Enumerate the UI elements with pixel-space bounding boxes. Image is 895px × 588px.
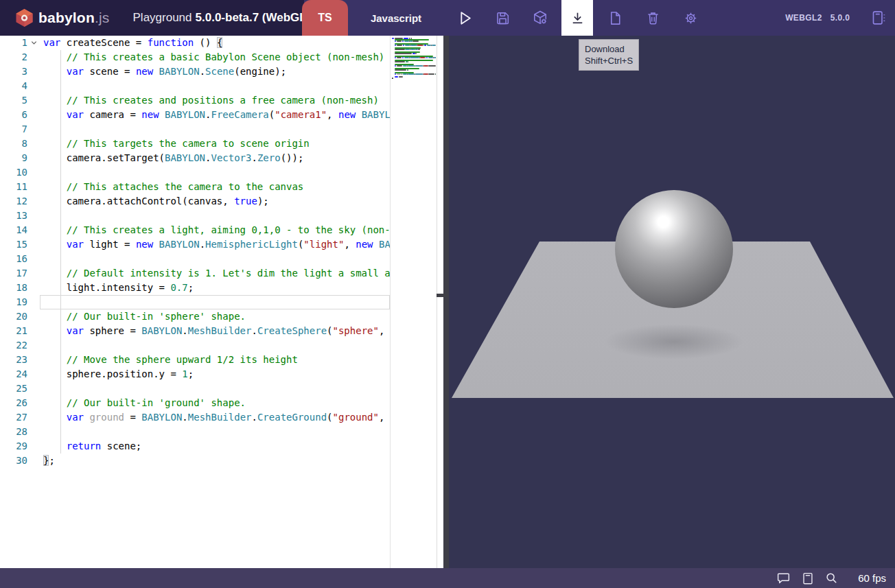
minimap-line <box>405 49 409 50</box>
minimap-line <box>395 65 397 67</box>
split-divider-handle[interactable] <box>437 294 448 297</box>
engine-version: 5.0.0 <box>824 0 857 36</box>
code-line <box>0 252 390 266</box>
minimap-line <box>418 49 421 50</box>
minimap-line <box>395 69 406 71</box>
new-button[interactable] <box>599 0 631 36</box>
examples-icon <box>869 9 887 27</box>
tooltip-title: Download <box>585 43 633 55</box>
minimap-line <box>420 57 424 58</box>
code-line <box>0 381 390 396</box>
code-line <box>0 425 390 439</box>
minimap-line <box>395 57 397 58</box>
minimap-line <box>397 65 402 67</box>
minimap-line <box>397 40 401 42</box>
feedback-button[interactable] <box>773 569 793 587</box>
minimap-line <box>399 76 403 78</box>
page-title: Playground5.0.0-beta.7 (WebGL2) <box>133 11 317 25</box>
minimap[interactable] <box>391 36 436 568</box>
code-line: var camera = new BABYLON.FreeCamera("cam… <box>0 108 390 122</box>
code-line: sphere.position.y = 1; <box>0 367 390 381</box>
minimap-line <box>405 45 409 46</box>
code-editor[interactable]: 1234567891011121314151617181920212223242… <box>0 36 443 568</box>
minimap-line <box>410 57 420 58</box>
typescript-toggle-button[interactable]: TS <box>302 0 348 36</box>
app-header: babylon.js Playground5.0.0-beta.7 (WebGL… <box>0 0 895 36</box>
code-line: // This creates and positions a free cam… <box>0 93 390 108</box>
minimap-line <box>423 73 428 75</box>
save-button[interactable] <box>487 0 518 36</box>
minimap-line <box>415 65 423 67</box>
save-icon <box>494 10 511 27</box>
minimap-line <box>428 65 436 67</box>
minimap-line <box>412 40 418 42</box>
search-icon <box>824 570 839 586</box>
fps-counter: 60 fps <box>858 568 886 588</box>
editor-right-border <box>437 36 437 568</box>
minimap-line <box>432 45 436 46</box>
inspector-cube-icon <box>531 9 549 27</box>
code-line: // Default intensity is 1. Let's dim the… <box>0 266 390 281</box>
minimap-line <box>415 73 423 75</box>
gear-icon <box>682 10 699 27</box>
minimap-line <box>408 73 415 75</box>
code-line: // This attaches the camera to the canva… <box>0 180 390 194</box>
code-line: camera.setTarget(BABYLON.Vector3.Zero())… <box>0 151 390 165</box>
docs-button[interactable] <box>798 569 818 587</box>
minimap-line <box>395 49 406 50</box>
render-canvas[interactable] <box>449 36 895 568</box>
minimap-line <box>434 57 436 58</box>
code-line: light.intensity = 0.7; <box>0 281 390 295</box>
inspector-button[interactable] <box>524 0 556 36</box>
minimap-line <box>395 40 397 42</box>
minimap-line <box>404 40 408 42</box>
play-icon <box>456 9 474 27</box>
minimap-line <box>408 61 408 62</box>
new-file-icon <box>607 10 624 27</box>
status-bar: 60 fps <box>0 568 895 588</box>
code-line: var createScene = function () { <box>0 36 390 50</box>
minimap-line <box>397 45 402 46</box>
code-line: // This creates a light, aiming 0,1,0 - … <box>0 223 390 237</box>
minimap-line <box>408 69 408 71</box>
minimap-line <box>402 73 402 75</box>
settings-button[interactable] <box>675 0 706 36</box>
minimap-line <box>402 57 404 58</box>
minimap-line <box>428 57 432 58</box>
code-line: // Move the sphere upward 1/2 its height <box>0 353 390 367</box>
minimap-line <box>403 45 405 46</box>
code-line: // This creates a basic Babylon Scene ob… <box>0 50 390 64</box>
code-line: var ground = BABYLON.MeshBuilder.CreateG… <box>0 410 390 425</box>
download-icon <box>569 10 586 27</box>
minimap-line <box>395 45 397 46</box>
download-button[interactable] <box>561 0 593 36</box>
code-line <box>0 338 390 353</box>
inspect-button[interactable] <box>821 569 841 587</box>
minimap-line <box>410 45 417 46</box>
minimap-line <box>425 57 426 58</box>
engine-label: WEBGL2 <box>782 0 825 36</box>
chat-icon <box>776 570 791 586</box>
minimap-line <box>395 73 397 75</box>
minimap-line <box>392 38 394 39</box>
code-line: var sphere = BABYLON.MeshBuilder.CreateS… <box>0 324 390 338</box>
run-button[interactable] <box>449 0 480 36</box>
trash-icon <box>644 10 662 27</box>
minimap-line <box>428 73 434 75</box>
split-divider[interactable] <box>443 36 449 568</box>
clear-button[interactable] <box>637 0 669 36</box>
examples-button[interactable] <box>864 0 892 36</box>
code-line <box>0 165 390 180</box>
code-line: var light = new BABYLON.HemisphericLight… <box>0 237 390 252</box>
code-line: // Our built-in 'ground' shape. <box>0 396 390 410</box>
code-line <box>0 122 390 137</box>
minimap-line <box>397 57 401 58</box>
header-brand-section: babylon.js Playground5.0.0-beta.7 (WebGL… <box>0 0 304 36</box>
minimap-line <box>402 40 404 42</box>
language-selector[interactable]: Javascript <box>349 0 443 36</box>
minimap-line <box>417 45 423 46</box>
minimap-line <box>423 65 428 67</box>
babylon-logo-icon <box>15 8 34 27</box>
sphere-shadow <box>604 324 744 360</box>
minimap-line <box>395 61 406 62</box>
